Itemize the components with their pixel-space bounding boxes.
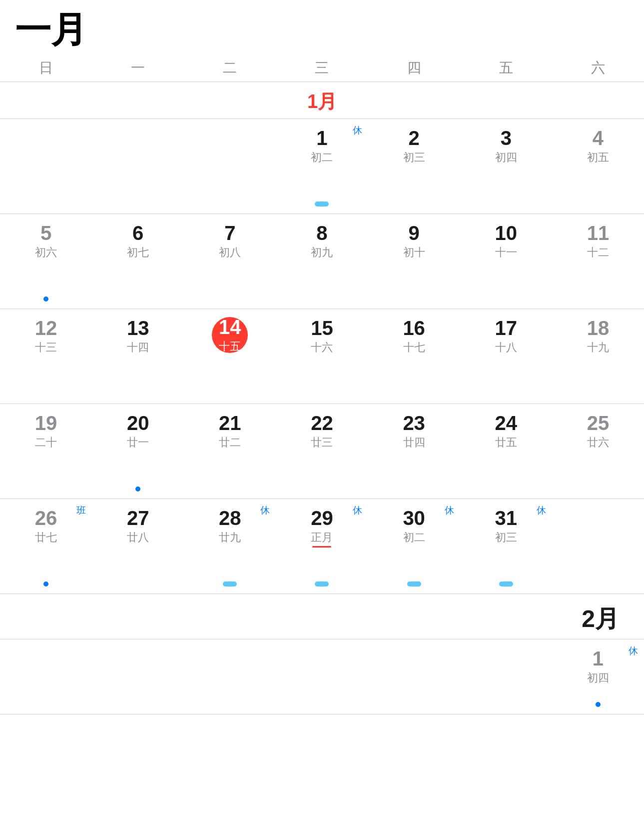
day-cell[interactable]: 休28廿九 [184, 499, 276, 594]
day-cell[interactable]: 休1初四 [552, 640, 644, 714]
day-cell[interactable]: 14十五 [184, 309, 276, 404]
day-cell[interactable]: 6初七 [92, 214, 184, 308]
feb-label-row: 2月 [0, 594, 644, 640]
event-oval [407, 582, 421, 586]
lunar-day: 初六 [35, 245, 57, 260]
day-cell[interactable]: 27廿八 [92, 499, 184, 594]
day-badge: 休 [629, 644, 638, 658]
lunar-day: 初四 [495, 150, 517, 165]
lunar-day: 初五 [587, 150, 609, 165]
day-cell[interactable]: 4初五 [552, 119, 644, 214]
day-number: 10 [495, 222, 518, 244]
day-number: 1 [593, 648, 604, 670]
day-cell[interactable]: 休1初二 [276, 119, 368, 214]
day-cell[interactable]: 9初十 [368, 214, 460, 308]
lunar-day: 初十 [403, 245, 425, 260]
day-cell [92, 640, 184, 714]
day-cell[interactable]: 7初八 [184, 214, 276, 308]
day-number: 8 [316, 222, 327, 244]
day-cell[interactable]: 24廿五 [460, 404, 552, 498]
day-number: 7 [224, 222, 235, 244]
day-cell[interactable]: 班26廿七 [0, 499, 92, 594]
feb-label: 2月 [0, 594, 644, 639]
day-cell[interactable]: 休30初二 [368, 499, 460, 594]
lunar-day: 十三 [35, 340, 57, 355]
day-number: 16 [403, 317, 425, 339]
day-number-wrap: 26廿七 [35, 507, 57, 545]
event-oval [315, 582, 329, 586]
day-cell[interactable]: 5初六 [0, 214, 92, 308]
day-cell[interactable]: 18十九 [552, 309, 644, 404]
event-dot [135, 486, 140, 492]
day-cell [184, 119, 276, 214]
weekday-五: 五 [460, 58, 552, 78]
day-number-wrap: 7初八 [219, 222, 241, 260]
day-number-wrap: 24廿五 [495, 412, 518, 450]
day-number: 5 [40, 222, 51, 244]
day-cell [184, 640, 276, 714]
lunar-day: 廿六 [587, 435, 609, 450]
day-cell[interactable]: 12十三 [0, 309, 92, 404]
day-cell [552, 499, 644, 594]
day-cell[interactable]: 25廿六 [552, 404, 644, 498]
day-badge: 休 [353, 504, 362, 517]
lunar-day: 廿五 [495, 435, 517, 450]
weekday-header: 日一二三四五六 [0, 54, 644, 82]
lunar-day: 十七 [403, 340, 425, 355]
day-cell[interactable]: 21廿二 [184, 404, 276, 498]
day-cell[interactable]: 13十四 [92, 309, 184, 404]
calendar-body: 1月 休1初二2初三3初四4初五5初六6初七7初八8初九9初十10十一11十二1… [0, 82, 644, 594]
day-number-wrap: 29正月 [311, 507, 333, 548]
weekday-日: 日 [0, 58, 92, 78]
day-number-wrap: 8初九 [311, 222, 333, 260]
week-row: 休1初二2初三3初四4初五 [0, 119, 644, 214]
lunar-day: 廿七 [35, 530, 57, 545]
day-number: 20 [127, 412, 149, 434]
day-cell[interactable]: 11十二 [552, 214, 644, 308]
day-badge: 班 [76, 504, 86, 517]
day-number-wrap: 28廿九 [219, 507, 241, 545]
event-oval [499, 582, 513, 586]
day-cell[interactable]: 8初九 [276, 214, 368, 308]
lunar-day: 廿四 [403, 435, 425, 450]
day-number: 1 [316, 127, 327, 149]
day-number-wrap: 31初三 [495, 507, 518, 545]
week-row: 休1初四 [0, 640, 644, 714]
lunar-day: 初八 [219, 245, 241, 260]
day-number: 31 [495, 507, 518, 529]
day-cell[interactable]: 23廿四 [368, 404, 460, 498]
calendar: 一月 日一二三四五六 1月 休1初二2初三3初四4初五5初六6初七7初八8初九9… [0, 0, 644, 817]
day-cell[interactable]: 休29正月 [276, 499, 368, 594]
day-number: 9 [409, 222, 420, 244]
lunar-day: 初二 [311, 150, 333, 165]
day-number: 19 [35, 412, 57, 434]
weekday-二: 二 [184, 58, 276, 78]
lunar-day: 廿九 [219, 530, 241, 545]
day-number-wrap: 21廿二 [219, 412, 241, 450]
day-number-wrap: 9初十 [403, 222, 425, 260]
day-number: 3 [501, 127, 512, 149]
day-cell [368, 640, 460, 714]
day-cell[interactable]: 22廿三 [276, 404, 368, 498]
day-cell [460, 640, 552, 714]
day-cell[interactable]: 17十八 [460, 309, 552, 404]
day-cell[interactable]: 20廿一 [92, 404, 184, 498]
event-dot [43, 296, 48, 302]
day-cell[interactable]: 15十六 [276, 309, 368, 404]
day-number-wrap: 15十六 [311, 317, 333, 355]
day-badge: 休 [260, 504, 270, 517]
day-cell[interactable]: 休31初三 [460, 499, 552, 594]
day-cell[interactable]: 3初四 [460, 119, 552, 214]
day-number-wrap: 1初四 [587, 648, 609, 686]
day-cell[interactable]: 2初三 [368, 119, 460, 214]
lunar-day: 廿二 [219, 435, 241, 450]
day-number: 13 [127, 317, 149, 339]
day-number-wrap: 16十七 [403, 317, 425, 355]
day-cell[interactable]: 16十七 [368, 309, 460, 404]
day-cell[interactable]: 19二十 [0, 404, 92, 498]
day-number-wrap: 13十四 [127, 317, 149, 355]
day-cell [92, 119, 184, 214]
day-number: 28 [219, 507, 241, 529]
lunar-day: 十五 [219, 339, 241, 354]
day-cell[interactable]: 10十一 [460, 214, 552, 308]
